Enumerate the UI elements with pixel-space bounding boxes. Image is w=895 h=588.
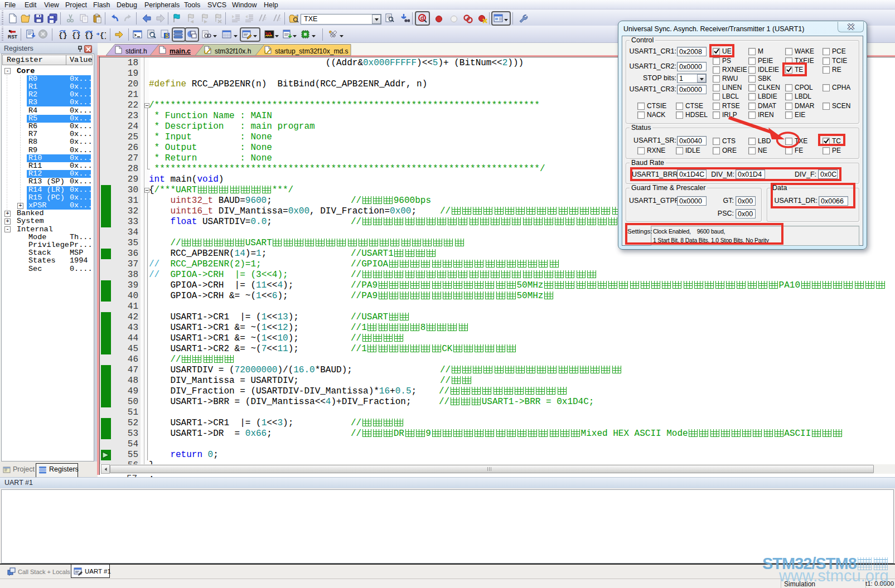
svg-text:d: d bbox=[420, 14, 424, 21]
svg-text:S: S bbox=[165, 33, 169, 39]
svg-text:{}: {} bbox=[59, 31, 67, 40]
svg-text:RST: RST bbox=[8, 34, 18, 40]
svg-text:{}: {} bbox=[100, 31, 106, 40]
